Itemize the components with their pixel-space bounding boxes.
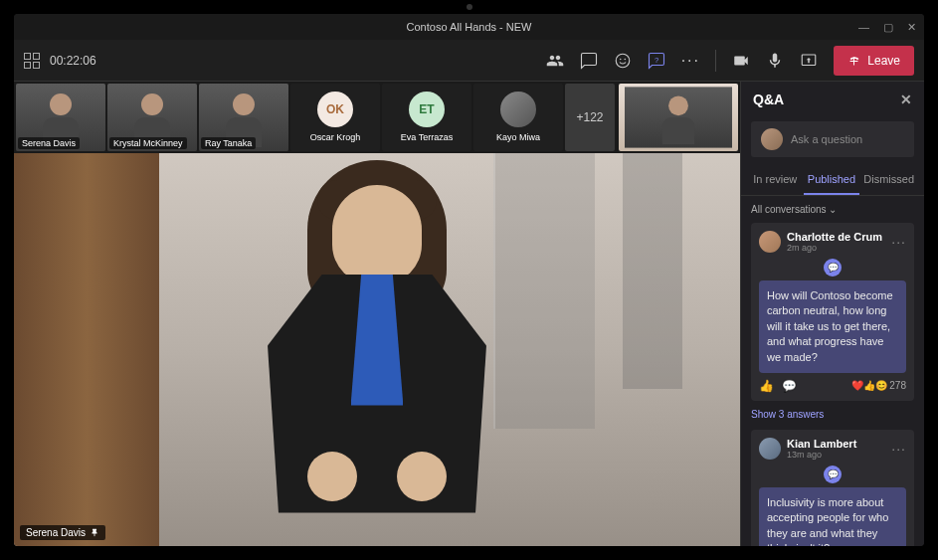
avatar: [759, 231, 781, 253]
participant-tile[interactable]: Ray Tanaka: [199, 84, 288, 151]
qa-question-text: How will Contoso become carbon neutral, …: [759, 280, 906, 373]
window-maximize-button[interactable]: ▢: [883, 21, 893, 34]
qa-timestamp: 2m ago: [787, 243, 882, 253]
more-icon[interactable]: ···: [891, 234, 906, 250]
qa-title: Q&A: [753, 92, 784, 107]
svg-point-0: [617, 54, 631, 68]
qa-tabs: In review Published Dismissed: [741, 165, 924, 196]
people-icon[interactable]: [546, 52, 564, 70]
window-close-button[interactable]: ✕: [907, 21, 916, 34]
svg-point-2: [625, 58, 627, 60]
camera-icon[interactable]: [732, 52, 750, 70]
pip-self-tile[interactable]: [619, 84, 738, 151]
tab-in-review[interactable]: In review: [747, 165, 804, 195]
qa-question-card: Kian Lambert 13m ago ··· 💬 Inclusivity i…: [751, 430, 914, 546]
overflow-participants-button[interactable]: +122: [565, 84, 615, 151]
qa-question-text: Inclusivity is more about accepting peop…: [759, 487, 906, 546]
main-video-stage: Serena Davis: [14, 153, 740, 546]
qa-panel: Q&A ✕ Ask a question In review Published…: [740, 82, 924, 546]
comment-icon[interactable]: 💬: [782, 379, 797, 393]
pin-icon: [90, 528, 99, 538]
featured-badge-icon: 💬: [824, 259, 842, 277]
qa-filter-dropdown[interactable]: All conversations ⌄: [751, 204, 914, 215]
upvote-button[interactable]: 👍: [759, 379, 774, 393]
participant-tile[interactable]: OKOscar Krogh: [290, 84, 380, 151]
participant-tile[interactable]: Serena Davis: [16, 84, 105, 151]
chevron-down-icon: ⌄: [829, 204, 837, 215]
microphone-icon[interactable]: [766, 52, 784, 70]
close-icon[interactable]: ✕: [900, 92, 912, 107]
reactions-summary[interactable]: ❤️👍😊: [851, 380, 887, 391]
reactions-icon[interactable]: [614, 52, 632, 70]
participant-tile[interactable]: Krystal McKinney: [107, 84, 197, 151]
share-screen-icon[interactable]: [800, 52, 818, 70]
qa-author-name: Charlotte de Crum: [787, 231, 882, 243]
show-answers-link[interactable]: Show 3 answers: [751, 409, 914, 420]
active-speaker-label: Serena Davis: [20, 525, 105, 540]
more-icon[interactable]: ···: [891, 441, 906, 457]
svg-text:?: ?: [655, 55, 658, 64]
participant-tile[interactable]: Kayo Miwa: [473, 84, 563, 151]
qa-question-card: Charlotte de Crum 2m ago ··· 💬 How will …: [751, 223, 914, 401]
avatar: [759, 438, 781, 460]
qa-author-name: Kian Lambert: [787, 438, 856, 450]
participant-roster: Serena Davis Krystal McKinney Ray Tanaka…: [14, 82, 740, 153]
leave-button[interactable]: Leave: [834, 46, 914, 76]
tab-published[interactable]: Published: [804, 165, 860, 195]
window-titlebar: Contoso All Hands - NEW — ▢ ✕: [14, 14, 924, 40]
window-title: Contoso All Hands - NEW: [407, 21, 532, 33]
gallery-view-icon[interactable]: [24, 53, 40, 69]
window-minimize-button[interactable]: —: [858, 21, 869, 34]
svg-point-1: [620, 58, 622, 60]
participant-tile[interactable]: ETEva Terrazas: [382, 84, 471, 151]
tab-dismissed[interactable]: Dismissed: [859, 165, 918, 195]
avatar: [761, 128, 783, 150]
qa-timestamp: 13m ago: [787, 450, 856, 460]
ask-question-input[interactable]: Ask a question: [751, 121, 914, 157]
more-icon[interactable]: ···: [681, 52, 699, 70]
featured-badge-icon: 💬: [824, 466, 842, 483]
meeting-toolbar: 00:22:06 ? ··· Leave: [14, 40, 924, 82]
meeting-timer: 00:22:06: [50, 54, 96, 68]
chat-icon[interactable]: [580, 52, 598, 70]
qa-icon[interactable]: ?: [648, 52, 665, 70]
